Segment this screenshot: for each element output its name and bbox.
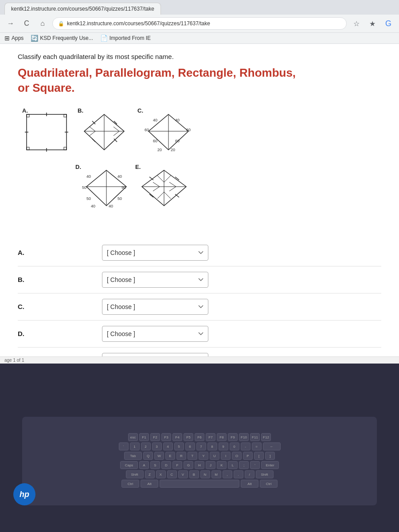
key-ctrl-r[interactable]: Ctrl [260, 480, 278, 488]
key-space[interactable] [160, 480, 239, 488]
key-tab[interactable]: Tab [124, 452, 142, 460]
key-f7[interactable]: F7 [206, 433, 215, 441]
extensions-button[interactable]: ★ [366, 17, 379, 30]
profile-button[interactable]: G [382, 17, 395, 30]
key-v[interactable]: V [178, 470, 188, 478]
key-k[interactable]: K [217, 461, 227, 469]
key-4[interactable]: 4 [163, 442, 173, 450]
key-f1[interactable]: F1 [139, 433, 149, 441]
shapes-svg: A. B. [18, 105, 248, 229]
key-6[interactable]: 6 [185, 442, 195, 450]
key-alt-l[interactable]: Alt [141, 480, 158, 488]
bookmark-star-button[interactable]: ☆ [350, 17, 363, 30]
key-row-5: Shift Z X C V B N M , . / Shift [27, 470, 372, 478]
bookmark-ksd[interactable]: 🔄 KSD Frequently Use... [31, 35, 93, 42]
key-comma[interactable]: , [223, 470, 232, 478]
key-shift-r[interactable]: Shift [256, 470, 274, 478]
key-y[interactable]: Y [199, 452, 208, 460]
choose-select-d[interactable]: [ Choose ] Quadrilateral Parallelogram R… [102, 326, 208, 342]
address-bar[interactable]: 🔒 kentk12.instructure.com/courses/50667/… [52, 17, 347, 30]
key-esc[interactable]: esc [128, 433, 138, 441]
key-q[interactable]: Q [143, 452, 153, 460]
key-ctrl-l[interactable]: Ctrl [121, 480, 139, 488]
key-8[interactable]: 8 [207, 442, 217, 450]
key-backspace[interactable]: ← [263, 442, 281, 450]
key-5[interactable]: 5 [174, 442, 184, 450]
bookmark-ie[interactable]: 📄 Imported From IE [100, 35, 151, 42]
key-0[interactable]: 0 [230, 442, 239, 450]
key-alt-r[interactable]: Alt [241, 480, 258, 488]
key-r[interactable]: R [176, 452, 186, 460]
key-f10[interactable]: F10 [239, 433, 249, 441]
key-f2[interactable]: F2 [150, 433, 160, 441]
svg-line-61 [164, 192, 171, 199]
choose-select-b[interactable]: [ Choose ] Quadrilateral Parallelogram R… [102, 272, 208, 288]
key-caps[interactable]: Caps [120, 461, 138, 469]
svg-rect-1 [27, 114, 66, 150]
forward-button[interactable]: C [20, 17, 33, 30]
svg-line-18 [90, 127, 95, 131]
choose-select-a[interactable]: [ Choose ] Quadrilateral Parallelogram R… [102, 245, 208, 261]
key-quote[interactable]: ' [250, 461, 260, 469]
key-minus[interactable]: - [241, 442, 250, 450]
key-period[interactable]: . [234, 470, 243, 478]
key-lbracket[interactable]: [ [254, 452, 264, 460]
key-1[interactable]: 1 [130, 442, 140, 450]
key-e[interactable]: E [165, 452, 175, 460]
key-7[interactable]: 7 [196, 442, 206, 450]
key-f3[interactable]: F3 [161, 433, 171, 441]
key-f4[interactable]: F4 [172, 433, 182, 441]
svg-text:40: 40 [117, 174, 122, 179]
key-semi[interactable]: ; [239, 461, 249, 469]
key-3[interactable]: 3 [152, 442, 162, 450]
active-tab[interactable]: kentk12.instructure.com/courses/50667/qu… [4, 3, 161, 15]
key-p[interactable]: P [243, 452, 253, 460]
svg-line-57 [169, 187, 176, 191]
key-s[interactable]: S [150, 461, 160, 469]
svg-line-16 [92, 139, 95, 142]
svg-text:50: 50 [117, 196, 122, 201]
back-button[interactable]: → [4, 17, 17, 30]
key-f8[interactable]: F8 [217, 433, 227, 441]
key-m[interactable]: M [211, 470, 221, 478]
key-shift-l[interactable]: Shift [126, 470, 144, 478]
svg-line-54 [153, 182, 160, 187]
key-f9[interactable]: F9 [228, 433, 238, 441]
key-l[interactable]: L [228, 461, 238, 469]
key-f11[interactable]: F11 [250, 433, 260, 441]
key-f[interactable]: F [172, 461, 182, 469]
key-c[interactable]: C [167, 470, 177, 478]
home-button[interactable]: ⌂ [36, 17, 49, 30]
key-f5[interactable]: F5 [184, 433, 193, 441]
key-u[interactable]: U [210, 452, 219, 460]
key-plus[interactable]: = [252, 442, 262, 450]
key-j[interactable]: J [206, 461, 215, 469]
key-w[interactable]: W [154, 452, 164, 460]
key-t[interactable]: T [188, 452, 197, 460]
key-d[interactable]: D [161, 461, 171, 469]
key-9[interactable]: 9 [219, 442, 228, 450]
key-x[interactable]: X [156, 470, 166, 478]
key-a[interactable]: A [139, 461, 149, 469]
key-tilde[interactable]: ` [119, 442, 129, 450]
keyboard-rows: esc F1 F2 F3 F4 F5 F6 F7 F8 F9 F10 F11 F… [22, 429, 377, 493]
key-enter[interactable]: Enter [261, 461, 279, 469]
key-rbracket[interactable]: ] [265, 452, 275, 460]
key-f6[interactable]: F6 [195, 433, 204, 441]
choose-wrapper-e: [ Choose ] Quadrilateral Parallelogram R… [102, 353, 208, 356]
key-h[interactable]: H [195, 461, 204, 469]
key-2[interactable]: 2 [141, 442, 151, 450]
key-n[interactable]: N [200, 470, 210, 478]
bookmark-apps[interactable]: ⊞ Apps [4, 35, 23, 42]
key-f12[interactable]: F12 [261, 433, 271, 441]
choose-wrapper-d: [ Choose ] Quadrilateral Parallelogram R… [102, 326, 208, 342]
choose-select-c[interactable]: [ Choose ] Quadrilateral Parallelogram R… [102, 299, 208, 315]
key-b[interactable]: B [189, 470, 199, 478]
key-o[interactable]: O [232, 452, 242, 460]
key-i[interactable]: I [221, 452, 231, 460]
key-slash[interactable]: / [245, 470, 254, 478]
key-g[interactable]: G [184, 461, 193, 469]
choose-select-e[interactable]: [ Choose ] Quadrilateral Parallelogram R… [102, 353, 208, 356]
lock-icon: 🔒 [58, 21, 64, 27]
key-z[interactable]: Z [145, 470, 155, 478]
